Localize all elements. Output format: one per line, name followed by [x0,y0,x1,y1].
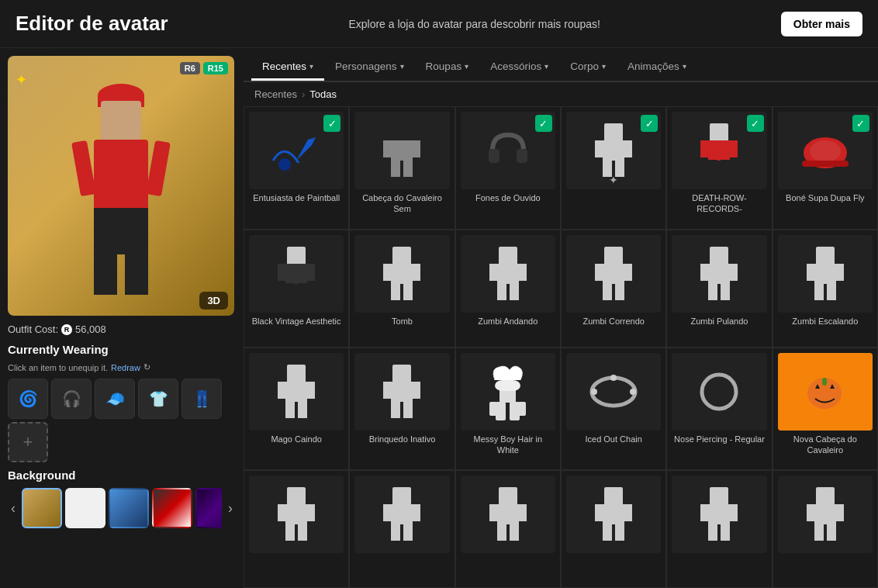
grid-item-14[interactable]: Brinquedo Inativo [349,348,455,471]
item-label-8: Tomb [390,313,414,334]
grid-item-2[interactable]: Cabeça do Cavaleiro Sem [349,106,455,230]
item-label-20 [400,553,403,575]
svg-rect-19 [822,378,827,386]
svg-point-5 [810,140,841,162]
item-image-21 [461,476,555,553]
bg-item-purple[interactable] [195,488,222,528]
item-label-1: Entusiasta de Paintball [251,189,341,211]
svg-point-15 [591,389,597,395]
breadcrumb-parent[interactable]: Recentes [254,88,297,100]
tab-acessorios[interactable]: Acessórios ▾ [479,54,559,81]
grid-item-18[interactable]: Nova Cabeça do Cavaleiro [773,348,878,471]
item-image-7 [249,235,344,313]
background-items [22,488,222,528]
item-image-17 [672,353,766,431]
bg-item-blue[interactable] [109,488,149,528]
grid-item-15[interactable]: Messy Boy Hair in White [455,348,561,471]
item-label-5: DEATH-ROW-RECORDS- [672,189,766,216]
grid-item-11[interactable]: Zumbi Pulando [666,230,772,348]
tab-animacoes-label: Animações [627,61,679,72]
avatar-3d-button[interactable]: 3D [199,292,228,310]
currently-wearing-title: Currently Wearing [8,343,236,356]
chevron-down-icon: ▾ [683,62,686,71]
item-image-10 [566,235,661,313]
grid-item-23[interactable] [666,470,772,588]
chevron-down-icon: ▾ [465,62,468,71]
outfit-cost: Outfit Cost: R 56,008 [8,322,236,337]
chevron-down-icon: ▾ [544,62,548,71]
svg-rect-8 [495,380,520,391]
item-label-21 [506,553,510,575]
items-grid: ✓ Entusiasta de Paintball Cabeça do Cava… [244,106,878,588]
item-image-14 [354,353,449,431]
grid-item-22[interactable] [561,470,666,588]
breadcrumb: Recentes › Todas [244,82,878,106]
item-image-13 [249,353,344,431]
tab-recentes[interactable]: Recentes ▾ [251,54,324,81]
bg-item-white[interactable] [65,488,105,528]
bg-item-gold[interactable] [22,488,62,528]
grid-item-7[interactable]: Black Vintage Aesthetic [244,230,349,348]
tab-corpo-label: Corpo [570,61,599,72]
redraw-link[interactable]: Redraw [111,363,140,372]
grid-item-13[interactable]: Mago Caindo [244,348,349,471]
grid-item-17[interactable]: Nose Piercing - Regular [666,348,772,471]
wearing-item-5[interactable]: 👖 [181,379,222,419]
tab-animacoes[interactable]: Animações ▾ [617,54,697,81]
banner-message: Explore a loja do avatar para descobrir … [348,18,600,30]
tab-acessorios-label: Acessórios [490,61,541,72]
grid-item-21[interactable] [455,470,561,588]
item-label-3: Fones de Ouvido [474,189,542,211]
avatar-body [94,140,148,209]
grid-item-8[interactable]: Tomb [349,230,455,348]
tab-corpo[interactable]: Corpo ▾ [559,54,617,81]
tab-personagens[interactable]: Personagens ▾ [324,54,415,81]
item-image-20 [354,476,449,553]
grid-item-5[interactable]: ✓ DEATH-ROW-RECORDS- [666,106,772,230]
wearing-item-4[interactable]: 👕 [138,379,178,419]
add-item-button[interactable]: + [8,422,48,462]
item-label-24 [824,553,827,575]
chevron-down-icon: ▾ [400,62,404,71]
svg-rect-6 [802,161,849,167]
grid-item-9[interactable]: Zumbi Andando [455,230,561,348]
tab-recentes-label: Recentes [262,61,306,72]
svg-point-17 [702,375,736,409]
avatar-badges: R6 R15 [180,62,228,74]
check-icon: ✓ [852,115,869,132]
wearing-item-3[interactable]: 🧢 [95,379,135,419]
grid-item-12[interactable]: Zumbi Escalando [773,230,878,348]
tab-roupas[interactable]: Roupas ▾ [415,54,480,81]
grid-item-3[interactable]: ✓ Fones de Ouvido [455,106,561,230]
item-label-17: Nose Piercing - Regular [672,431,766,452]
item-label-19 [295,553,298,575]
grid-item-4[interactable]: ✓ ✦ [561,106,666,230]
item-image-22 [566,476,661,553]
tab-personagens-label: Personagens [335,61,397,72]
svg-rect-11 [496,402,506,420]
item-image-12 [778,235,873,313]
bg-item-phone[interactable] [152,488,192,528]
grid-item-6[interactable]: ✓ Boné Supa Dupa Fly [773,106,878,230]
outfit-cost-label: Outfit Cost: [8,323,58,335]
grid-item-19[interactable] [244,470,349,588]
item-label-22 [612,553,615,575]
svg-rect-2 [489,149,499,163]
avatar-head [101,101,141,141]
item-label-4 [612,189,615,211]
bg-next-button[interactable]: › [225,499,236,518]
check-icon: ✓ [323,115,340,132]
main-layout: R6 R15 ✦ 3D Outfit Cost: R 56,008 Curren… [0,48,878,588]
grid-item-10[interactable]: Zumbi Correndo [561,230,666,348]
bg-prev-button[interactable]: ‹ [8,499,19,518]
item-image-16 [566,353,661,431]
grid-item-16[interactable]: Iced Out Chain [561,348,666,471]
check-icon: ✓ [747,115,764,132]
wearing-item-2[interactable]: 🎧 [51,379,92,419]
wearing-item-1[interactable]: 🌀 [8,379,48,419]
obter-mais-button[interactable]: Obter mais [781,12,862,36]
item-label-2: Cabeça do Cavaleiro Sem [354,189,449,216]
grid-item-20[interactable] [349,470,455,588]
grid-item-24[interactable] [773,470,878,588]
grid-item-1[interactable]: ✓ Entusiasta de Paintball [244,106,349,230]
